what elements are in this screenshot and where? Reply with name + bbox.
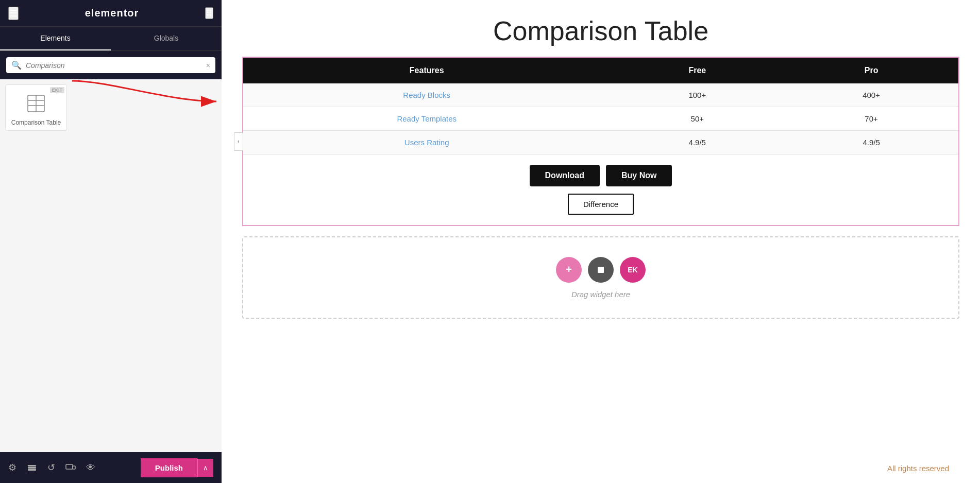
bottom-bar: ⚙ ↺ 👁 Publish: [0, 452, 222, 483]
download-button[interactable]: Download: [530, 165, 600, 186]
svg-rect-9: [73, 466, 75, 469]
search-clear-icon[interactable]: ×: [206, 61, 210, 70]
table-row: Users Rating 4.9/5 4.9/5: [243, 131, 958, 154]
bottom-icons: ⚙ ↺ 👁: [8, 462, 95, 473]
drop-label: Drag widget here: [571, 290, 630, 299]
stop-button[interactable]: [588, 257, 614, 283]
page-footer: All rights reserved: [222, 454, 980, 483]
comparison-table-container: ‹ Features Free Pro Ready Blocks 100+ 40…: [242, 57, 959, 226]
svg-rect-8: [66, 464, 73, 469]
tab-elements[interactable]: Elements: [0, 27, 111, 50]
col-pro: Pro: [784, 58, 958, 83]
page-title-area: Comparison Table: [222, 0, 980, 57]
elementor-logo: elementor: [85, 7, 139, 19]
sidebar-tabs: Elements Globals: [0, 27, 222, 51]
svg-rect-10: [598, 267, 604, 273]
search-wrapper: 🔍 ×: [6, 57, 215, 73]
publish-expand-button[interactable]: ∧: [197, 459, 213, 477]
search-bar: 🔍 ×: [0, 51, 222, 79]
search-icon: 🔍: [11, 60, 22, 70]
tab-globals[interactable]: Globals: [111, 27, 222, 50]
pro-cell: 4.9/5: [784, 131, 958, 154]
collapse-sidebar-btn[interactable]: ‹: [234, 132, 243, 151]
action-buttons: Download Buy Now: [243, 154, 958, 194]
svg-rect-6: [28, 467, 36, 469]
hamburger-icon[interactable]: ☰: [8, 7, 19, 20]
publish-group: Publish ∧: [141, 458, 213, 477]
history-icon[interactable]: ↺: [47, 462, 55, 473]
settings-icon[interactable]: ⚙: [8, 462, 16, 473]
preview-icon[interactable]: 👁: [86, 462, 95, 473]
widget-label: Comparison Table: [11, 119, 61, 126]
widget-icon: [24, 91, 48, 116]
table-row: Ready Templates 50+ 70+: [243, 107, 958, 131]
svg-rect-7: [28, 469, 36, 471]
pro-cell: 400+: [784, 83, 958, 107]
comparison-table-widget[interactable]: EKIT Comparison Table: [5, 84, 67, 131]
free-cell: 100+: [610, 83, 784, 107]
add-widget-button[interactable]: +: [556, 257, 582, 283]
layers-icon[interactable]: [27, 462, 37, 473]
grid-icon[interactable]: ⠿: [205, 7, 213, 19]
responsive-icon[interactable]: [65, 462, 76, 473]
free-cell: 4.9/5: [610, 131, 784, 154]
page-title: Comparison Table: [232, 15, 970, 46]
table-row: Ready Blocks 100+ 400+: [243, 83, 958, 107]
footer-text: All rights reserved: [887, 464, 949, 473]
widget-badge: EKIT: [50, 87, 64, 93]
free-cell: 50+: [610, 107, 784, 131]
difference-row: Difference: [243, 194, 958, 225]
sidebar-content: 🔍 × EKIT Comparison Table: [0, 51, 222, 483]
difference-button[interactable]: Difference: [568, 194, 634, 215]
buy-now-button[interactable]: Buy Now: [606, 165, 672, 186]
sidebar: ☰ elementor ⠿ Elements Globals 🔍 × EKIT: [0, 0, 222, 483]
sidebar-header: ☰ elementor ⠿: [0, 0, 222, 27]
feature-cell: Ready Templates: [243, 107, 610, 131]
comparison-table: Features Free Pro Ready Blocks 100+ 400+…: [243, 58, 958, 154]
col-features: Features: [243, 58, 610, 83]
feature-cell: Users Rating: [243, 131, 610, 154]
col-free: Free: [610, 58, 784, 83]
feature-cell: Ready Blocks: [243, 83, 610, 107]
svg-rect-5: [28, 465, 36, 467]
ek-button[interactable]: EK: [620, 257, 646, 283]
publish-button[interactable]: Publish: [141, 458, 197, 477]
main-content: Comparison Table ‹ Features Free Pro Rea…: [222, 0, 980, 483]
drop-zone: + EK Drag widget here: [242, 236, 959, 319]
pro-cell: 70+: [784, 107, 958, 131]
widget-area: EKIT Comparison Table: [0, 79, 222, 452]
drop-buttons: + EK: [556, 257, 646, 283]
search-input[interactable]: [26, 61, 202, 70]
table-header-row: Features Free Pro: [243, 58, 958, 83]
